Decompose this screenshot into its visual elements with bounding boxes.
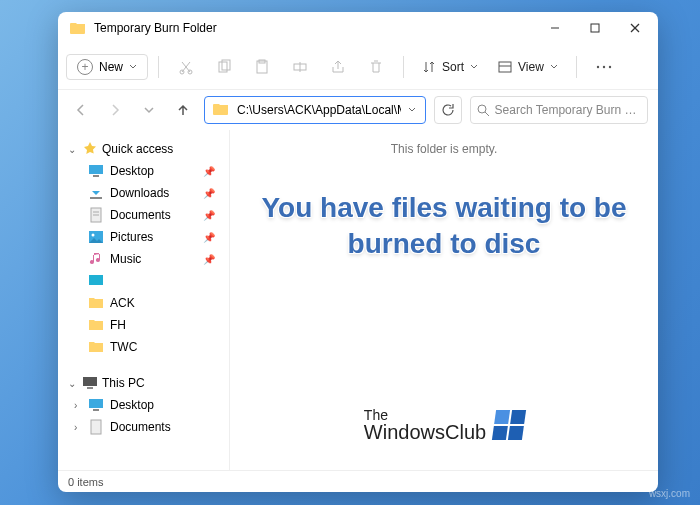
sidebar-item-documents[interactable]: Documents📌 [64, 204, 223, 226]
minimize-button[interactable] [536, 14, 574, 42]
svg-rect-21 [90, 197, 102, 199]
svg-rect-19 [89, 165, 103, 174]
star-icon [82, 141, 98, 157]
sidebar-item-music[interactable]: Music📌 [64, 248, 223, 270]
addressbar: Search Temporary Burn Folder [58, 90, 658, 130]
svg-rect-28 [83, 377, 97, 386]
sidebar-item-screen[interactable] [64, 270, 223, 292]
sidebar-item-desktop-pc[interactable]: ›Desktop [64, 394, 223, 416]
brand-text: The WindowsClub [364, 408, 486, 442]
copy-button[interactable] [207, 50, 241, 84]
new-button[interactable]: + New [66, 54, 148, 80]
desktop-icon [88, 163, 104, 179]
chevron-down-icon [550, 63, 558, 71]
share-button[interactable] [321, 50, 355, 84]
music-icon [88, 251, 104, 267]
search-placeholder: Search Temporary Burn Folder [495, 103, 641, 117]
downloads-icon [88, 185, 104, 201]
chevron-down-icon[interactable] [403, 106, 421, 114]
svg-point-17 [478, 105, 486, 113]
explorer-window: Temporary Burn Folder + New Sort View [58, 12, 658, 492]
address-input[interactable] [204, 96, 426, 124]
sort-button[interactable]: Sort [414, 56, 486, 78]
new-label: New [99, 60, 123, 74]
sort-label: Sort [442, 60, 464, 74]
cut-button[interactable] [169, 50, 203, 84]
svg-rect-1 [591, 24, 599, 32]
close-button[interactable] [616, 14, 654, 42]
refresh-button[interactable] [434, 96, 462, 124]
sort-icon [422, 60, 436, 74]
this-pc-label: This PC [102, 376, 145, 390]
view-icon [498, 60, 512, 74]
item-count: 0 items [68, 476, 103, 488]
svg-point-15 [603, 65, 605, 67]
view-label: View [518, 60, 544, 74]
separator [158, 56, 159, 78]
sidebar-item-ack[interactable]: ACK [64, 292, 223, 314]
svg-rect-27 [89, 275, 103, 285]
brand: The WindowsClub [230, 408, 658, 442]
sidebar: ⌄ Quick access Desktop📌 Downloads📌 Docum… [58, 130, 230, 470]
path-field[interactable] [235, 101, 403, 119]
folder-icon [70, 20, 86, 36]
paste-button[interactable] [245, 50, 279, 84]
folder-icon [88, 317, 104, 333]
svg-rect-30 [89, 399, 103, 408]
folder-icon [213, 101, 231, 119]
delete-button[interactable] [359, 50, 393, 84]
rename-button[interactable] [283, 50, 317, 84]
sidebar-item-twc[interactable]: TWC [64, 336, 223, 358]
search-icon [477, 104, 489, 117]
pin-icon: 📌 [203, 210, 215, 221]
view-button[interactable]: View [490, 56, 566, 78]
back-button[interactable] [68, 97, 94, 123]
svg-rect-12 [499, 62, 511, 72]
pc-icon [82, 375, 98, 391]
chevron-right-icon: › [74, 422, 84, 433]
sidebar-item-pictures[interactable]: Pictures📌 [64, 226, 223, 248]
pin-icon: 📌 [203, 188, 215, 199]
windows-logo-icon [492, 410, 526, 440]
svg-rect-20 [93, 175, 99, 177]
svg-point-26 [92, 234, 95, 237]
svg-line-18 [485, 112, 489, 116]
sidebar-group-quick-access[interactable]: ⌄ Quick access [64, 138, 223, 160]
svg-rect-29 [87, 387, 93, 389]
chevron-down-icon [129, 63, 137, 71]
desktop-icon [88, 397, 104, 413]
window-controls [536, 14, 654, 42]
sidebar-item-documents-pc[interactable]: ›Documents [64, 416, 223, 438]
more-button[interactable] [587, 50, 621, 84]
separator [576, 56, 577, 78]
toolbar: + New Sort View [58, 44, 658, 90]
overlay-headline: You have files waiting to be burned to d… [230, 190, 658, 263]
chevron-down-icon: ⌄ [68, 144, 78, 155]
titlebar: Temporary Burn Folder [58, 12, 658, 44]
pin-icon: 📌 [203, 166, 215, 177]
sidebar-item-desktop[interactable]: Desktop📌 [64, 160, 223, 182]
pin-icon: 📌 [203, 254, 215, 265]
documents-icon [88, 419, 104, 435]
maximize-button[interactable] [576, 14, 614, 42]
forward-button[interactable] [102, 97, 128, 123]
recent-button[interactable] [136, 97, 162, 123]
folder-icon [88, 339, 104, 355]
svg-rect-32 [91, 420, 101, 434]
sidebar-item-downloads[interactable]: Downloads📌 [64, 182, 223, 204]
separator [403, 56, 404, 78]
sidebar-item-fh[interactable]: FH [64, 314, 223, 336]
svg-point-14 [597, 65, 599, 67]
sidebar-group-this-pc[interactable]: ⌄ This PC [64, 372, 223, 394]
monitor-icon [88, 273, 104, 289]
up-button[interactable] [170, 97, 196, 123]
window-title: Temporary Burn Folder [94, 21, 536, 35]
chevron-down-icon [470, 63, 478, 71]
search-input[interactable]: Search Temporary Burn Folder [470, 96, 648, 124]
chevron-right-icon: › [74, 400, 84, 411]
plus-icon: + [77, 59, 93, 75]
pin-icon: 📌 [203, 232, 215, 243]
empty-message: This folder is empty. [230, 130, 658, 156]
watermark: wsxj.com [649, 488, 690, 499]
documents-icon [88, 207, 104, 223]
